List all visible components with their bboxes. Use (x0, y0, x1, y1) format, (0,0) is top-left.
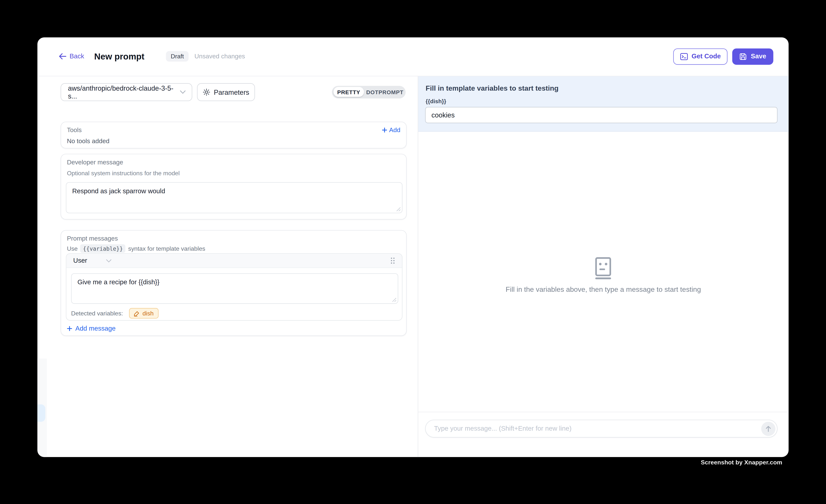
developer-message-input[interactable]: Respond as jack sparrow would (66, 182, 403, 213)
save-label: Save (751, 53, 766, 60)
variable-syntax-hint: Use {{variable}} syntax for template var… (67, 244, 205, 253)
add-message-label: Add message (75, 325, 115, 332)
chevron-down-icon (180, 90, 186, 94)
get-code-label: Get Code (692, 53, 721, 60)
back-label: Back (69, 53, 84, 60)
background-sidebar-active-item (37, 404, 45, 422)
editor-panel: aws/anthropic/bedrock-claude-3-5-s... Pa… (37, 76, 418, 457)
save-button[interactable]: Save (732, 48, 773, 65)
developer-message-card: Developer message Optional system instru… (61, 154, 407, 219)
role-selector[interactable]: User (73, 257, 112, 264)
developer-message-title: Developer message (67, 159, 123, 166)
prompt-messages-card: Prompt messages Use {{variable}} syntax … (61, 230, 407, 336)
add-tool-button[interactable]: Add (381, 126, 400, 134)
tools-card: Tools Add No tools added (61, 122, 407, 148)
role-value: User (73, 257, 87, 264)
screenshot-stage: Back New prompt Draft Unsaved changes Ge… (0, 0, 826, 504)
developer-message-subtitle: Optional system instructions for the mod… (67, 170, 180, 176)
add-message-button[interactable]: Add message (67, 325, 115, 332)
tools-title: Tools (67, 126, 82, 134)
message-field-wrap: Give me a recipe for {{dish}} (71, 273, 398, 304)
developer-message-field-wrap: Respond as jack sparrow would (66, 182, 403, 213)
message-block: User Give me a recipe for {{dish}} (66, 253, 403, 321)
variable-badge-label: dish (142, 310, 154, 317)
header: Back New prompt Draft Unsaved changes Ge… (37, 37, 788, 76)
parameters-button[interactable]: Parameters (197, 83, 255, 101)
plus-icon (67, 326, 72, 331)
pencil-icon (134, 310, 140, 316)
toggle-option-dotprompt[interactable]: DOTPROMPT (364, 89, 406, 95)
parameters-label: Parameters (214, 88, 249, 96)
hint-code: {{variable}} (80, 244, 126, 253)
hint-prefix: Use (67, 245, 77, 252)
status-badge: Draft (166, 51, 188, 62)
watermark-text: Screenshot by Xnapper.com (701, 459, 782, 465)
bot-face-icon (594, 257, 612, 279)
tools-empty-text: No tools added (67, 137, 109, 145)
chat-input-box (425, 420, 778, 437)
variable-value-input[interactable] (425, 107, 778, 123)
drag-handle[interactable] (390, 257, 395, 264)
unsaved-changes-text: Unsaved changes (194, 53, 245, 60)
gear-icon (203, 88, 210, 96)
chevron-down-icon (106, 259, 112, 262)
testing-panel: Fill in template variables to start test… (418, 76, 788, 457)
plus-icon (381, 127, 387, 133)
get-code-button[interactable]: Get Code (673, 48, 728, 65)
toggle-option-pretty[interactable]: PRETTY (334, 87, 364, 97)
empty-state-text: Fill in the variables above, then type a… (418, 286, 788, 293)
send-button[interactable] (761, 422, 775, 436)
terminal-icon (680, 53, 688, 60)
prompt-editor-window: Back New prompt Draft Unsaved changes Ge… (37, 37, 788, 457)
prompt-messages-title: Prompt messages (67, 235, 118, 242)
variable-badge[interactable]: dish (129, 308, 159, 319)
back-button[interactable]: Back (59, 53, 84, 60)
page-title: New prompt (94, 51, 144, 61)
format-toggle: PRETTY DOTPROMPT (332, 85, 406, 98)
chat-message-input[interactable] (426, 420, 777, 437)
hint-suffix: syntax for template variables (128, 245, 205, 252)
message-input[interactable]: Give me a recipe for {{dish}} (71, 273, 398, 304)
detected-variables-row: Detected variables: dish (71, 308, 159, 319)
chat-divider (418, 412, 788, 412)
model-selector[interactable]: aws/anthropic/bedrock-claude-3-5-s... (61, 83, 192, 101)
add-tool-label: Add (389, 126, 400, 134)
model-selector-value: aws/anthropic/bedrock-claude-3-5-s... (68, 84, 180, 100)
save-icon (739, 53, 747, 60)
detected-variables-label: Detected variables: (71, 310, 123, 317)
fill-variables-title: Fill in template variables to start test… (426, 84, 558, 92)
header-actions: Get Code Save (673, 48, 773, 65)
message-header: User (66, 254, 402, 268)
variable-name-label: {{dish}} (426, 98, 446, 104)
back-arrow-icon (59, 53, 66, 60)
template-variables-section: Fill in template variables to start test… (418, 76, 788, 132)
